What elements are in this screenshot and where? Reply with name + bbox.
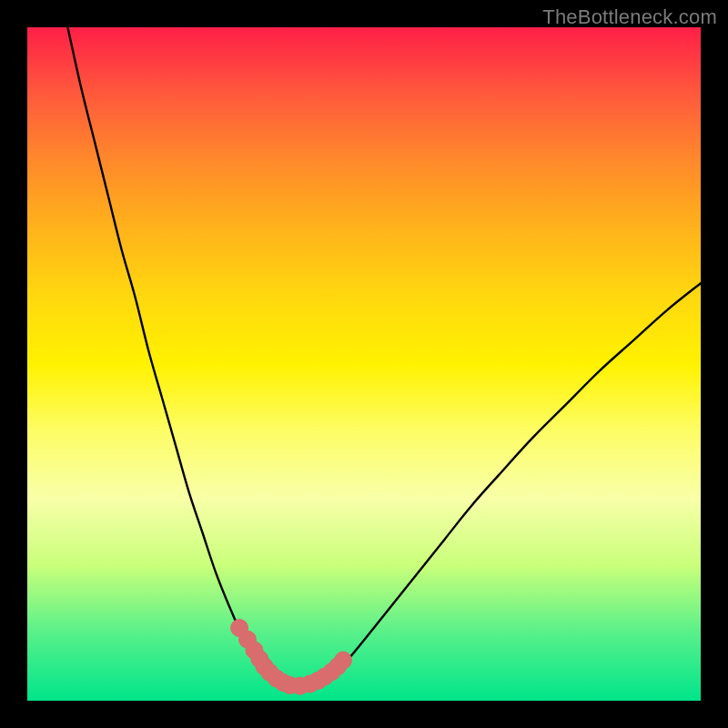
bottleneck-curve (67, 27, 701, 686)
watermark-text: TheBottleneck.com (542, 5, 717, 29)
plot-svg (27, 27, 701, 701)
chart-frame: TheBottleneck.com (0, 0, 728, 728)
marker-dot (335, 652, 352, 669)
marker-group (231, 620, 352, 695)
